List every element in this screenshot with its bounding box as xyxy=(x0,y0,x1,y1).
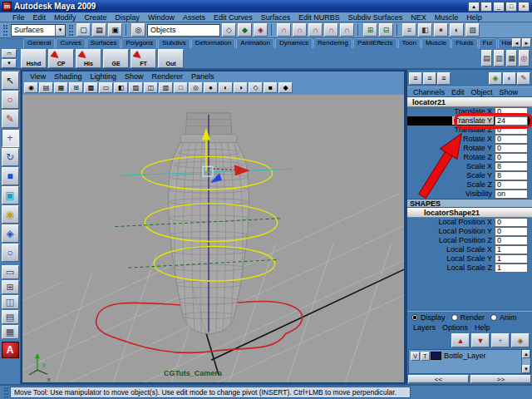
shelf-tab[interactable]: Subdivs xyxy=(158,38,190,48)
new-scene-button[interactable]: ▢ xyxy=(76,23,91,37)
input-connections-button[interactable]: ⊞ xyxy=(363,23,377,37)
shelf-tab[interactable]: Fur xyxy=(479,38,497,48)
layer-editor-menu-item[interactable]: Help xyxy=(471,323,494,332)
wireframe-mode-button[interactable]: ◎ xyxy=(189,82,203,93)
shelf-tab[interactable]: Hair xyxy=(498,38,512,48)
channel-label[interactable]: Translate Y xyxy=(407,116,494,126)
single-pane-layout-button[interactable]: ▭ xyxy=(2,265,19,279)
object-name-header[interactable]: locator21 xyxy=(407,97,532,107)
safe-action-button[interactable]: ▥ xyxy=(159,82,173,93)
scroll-up-icon[interactable]: ▲ xyxy=(522,350,530,358)
channel-label[interactable]: Scale Y xyxy=(407,171,494,180)
channel-value-field[interactable]: on xyxy=(495,190,528,199)
open-scene-button[interactable]: ▤ xyxy=(92,23,106,37)
shelf-tab[interactable]: Fluids xyxy=(451,38,477,48)
snap-to-plane-button[interactable]: ∩ xyxy=(324,23,338,37)
four-pane-layout-button[interactable]: ⊞ xyxy=(2,280,19,294)
radio-icon[interactable] xyxy=(490,314,497,321)
move-layer-down-button[interactable]: ▼ xyxy=(471,333,490,347)
hypergraph-inputs-button[interactable]: ◈ xyxy=(489,72,502,85)
menu-item[interactable]: Surfaces xyxy=(257,12,295,22)
layer-color-swatch[interactable] xyxy=(431,352,441,360)
selection-mask-menu-button[interactable]: ◎ xyxy=(131,23,145,37)
universal-manipulator-tool-button[interactable]: ▣ xyxy=(2,186,19,204)
channel-value-field[interactable]: 0 xyxy=(495,153,528,162)
chevron-down-icon[interactable]: ▼ xyxy=(55,25,65,36)
textured-mode-button[interactable]: ◐ xyxy=(219,82,233,93)
two-d-pan-zoom-button[interactable]: ⊞ xyxy=(69,82,83,93)
construction-history-button[interactable]: ≡ xyxy=(402,23,416,37)
channel-value-field[interactable]: 0 xyxy=(495,180,528,190)
channel-value-field[interactable]: 0 xyxy=(495,107,528,116)
menu-item[interactable]: File xyxy=(8,12,29,22)
create-empty-layer-button[interactable]: + xyxy=(491,333,510,347)
render-settings-button[interactable]: ▨ xyxy=(466,23,480,37)
pager-left-button[interactable]: << xyxy=(408,375,469,383)
panel-menu-item[interactable]: Show xyxy=(121,71,148,81)
pin-window-button[interactable]: ▪ xyxy=(480,2,492,12)
camera-attributes-button[interactable]: ◉ xyxy=(24,82,38,93)
select-by-object-button[interactable]: ◆ xyxy=(238,23,252,37)
shelf-item[interactable]: ▶ His xyxy=(76,49,101,68)
menu-item[interactable]: Assets xyxy=(179,12,209,22)
shelf-item[interactable]: ▶ Out xyxy=(158,49,184,68)
shelf-item[interactable]: ▶ CP xyxy=(48,49,74,68)
use-all-lights-button[interactable]: ◑ xyxy=(234,82,248,93)
select-tool-button[interactable]: ↖ xyxy=(2,71,19,90)
radio-icon[interactable] xyxy=(451,314,458,321)
restore-window-button[interactable]: □ xyxy=(505,2,517,12)
selection-mask-field[interactable]: Objects xyxy=(147,24,220,37)
two-pane-layout-button[interactable]: ◫ xyxy=(2,295,19,309)
channel-box-menu-item[interactable]: Edit xyxy=(448,87,468,96)
tab-scroll-left-button[interactable]: ◄ xyxy=(512,38,521,47)
panel-menu-item[interactable]: Panels xyxy=(187,71,219,81)
grid-toggle-button[interactable]: ▩ xyxy=(84,82,98,93)
image-plane-button[interactable]: ▦ xyxy=(54,82,68,93)
toggle-attribute-editor-button[interactable]: ▤ xyxy=(481,50,492,66)
channel-label[interactable]: Local Position Z xyxy=(407,236,494,245)
roll-window-button[interactable]: ▴ xyxy=(468,2,480,12)
channel-label[interactable]: Scale X xyxy=(407,162,494,171)
shelf-tab[interactable]: Deformation xyxy=(191,38,236,48)
panel-menu-item[interactable]: View xyxy=(26,71,50,81)
channel-label[interactable]: Rotate X xyxy=(407,135,494,144)
channel-edit-pencil-button[interactable]: ✎ xyxy=(517,72,530,85)
shelf-tab[interactable]: Dynamics xyxy=(275,38,313,48)
shape-name-header[interactable]: locatorShape21 xyxy=(407,208,532,218)
channel-value-field[interactable]: 0 xyxy=(495,227,528,236)
channel-label[interactable]: Local Scale X xyxy=(407,245,494,254)
select-by-hierarchy-button[interactable]: ◇ xyxy=(222,23,236,37)
menu-item[interactable]: Edit Curves xyxy=(209,12,257,22)
menu-item[interactable]: Edit xyxy=(29,12,51,22)
pager-right-button[interactable]: >> xyxy=(470,375,531,383)
channel-value-field[interactable]: 1 xyxy=(495,254,528,264)
shelf-menu-button[interactable]: ▼ xyxy=(2,59,17,68)
gate-mask-button[interactable]: ▨ xyxy=(129,82,143,93)
channel-value-field[interactable]: 0 xyxy=(495,236,528,245)
snap-to-curve-button[interactable]: ∩ xyxy=(293,23,307,37)
shelf-editor-button[interactable]: ▭ xyxy=(2,49,17,58)
snap-to-view-button[interactable]: ∩ xyxy=(340,23,354,37)
channel-label[interactable]: Local Position X xyxy=(407,218,494,227)
shelf-item[interactable]: ▶ Hshd xyxy=(21,49,47,68)
channel-value-field[interactable]: 0 xyxy=(495,126,528,135)
shelf-tab[interactable]: Muscle xyxy=(421,38,451,48)
shelf-item[interactable]: ▶ FT xyxy=(131,49,156,68)
lasso-tool-button[interactable]: ○ xyxy=(2,91,19,109)
radio-icon[interactable] xyxy=(411,314,418,321)
scroll-down-icon[interactable]: ▼ xyxy=(522,365,530,373)
menu-item[interactable]: Edit NURBS xyxy=(294,12,344,22)
channel-value-field[interactable]: 0 xyxy=(495,218,528,227)
manip-off-button[interactable]: ≡ xyxy=(409,72,422,85)
channel-label[interactable]: Local Scale Z xyxy=(407,264,494,273)
shelf-tab[interactable]: Surfaces xyxy=(86,38,121,48)
menu-item[interactable]: Modify xyxy=(50,12,81,22)
film-gate-button[interactable]: ▭ xyxy=(99,82,113,93)
panel-menu-item[interactable]: Renderer xyxy=(147,71,187,81)
toggle-channel-box-button[interactable]: ▦ xyxy=(506,50,517,66)
open-render-view-button[interactable]: ◧ xyxy=(418,23,432,37)
layer-mode-radio[interactable]: Anim xyxy=(490,313,517,322)
menu-item[interactable]: Muscle xyxy=(431,12,463,22)
shaded-mode-button[interactable]: ● xyxy=(204,82,218,93)
channel-label[interactable]: Local Scale Y xyxy=(407,254,494,264)
